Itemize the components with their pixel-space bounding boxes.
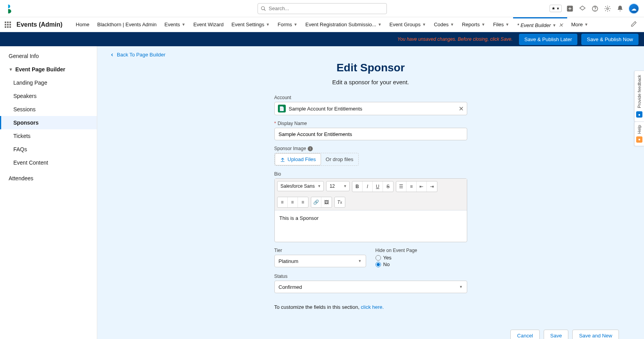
- link-button[interactable]: 🔗: [311, 197, 321, 207]
- back-to-page-builder-link[interactable]: Back To Page Builder: [110, 52, 635, 58]
- favorites-button[interactable]: ★▼: [550, 5, 562, 12]
- sidebar-speakers[interactable]: Speakers: [0, 89, 97, 103]
- strike-button[interactable]: S: [383, 181, 393, 192]
- align-left-button[interactable]: ≡: [278, 197, 288, 207]
- cancel-button[interactable]: Cancel: [510, 330, 539, 339]
- upload-files-button[interactable]: Upload Files: [275, 153, 321, 165]
- chevron-down-icon[interactable]: ▼: [266, 22, 270, 27]
- bullet-list-button[interactable]: ☰: [396, 181, 406, 192]
- rte-toolbar: Salesforce Sans 12 B I U S ☰ ≡ ⇤ ⇥: [275, 179, 467, 210]
- tier-select[interactable]: Platinum: [274, 255, 366, 267]
- help-icon: ●: [636, 136, 642, 143]
- sidebar-label: Tickets: [13, 133, 31, 139]
- bio-label: Bio: [274, 171, 467, 177]
- save-publish-now-button[interactable]: Save & Publish Now: [581, 34, 639, 45]
- user-avatar[interactable]: ☁: [628, 3, 639, 14]
- nav-event-groups[interactable]: Event Groups▼: [386, 17, 430, 32]
- sidebar-attendees[interactable]: Attendees: [0, 172, 97, 185]
- chevron-down-icon: ▼: [9, 67, 13, 72]
- help-icon[interactable]: [591, 4, 599, 13]
- nav-events[interactable]: Events▼: [161, 17, 190, 32]
- save-publish-later-button[interactable]: Save & Publish Later: [519, 34, 577, 45]
- outdent-button[interactable]: ⇤: [417, 181, 427, 192]
- bio-textarea[interactable]: This is a Sponsor: [275, 210, 467, 242]
- nav-files[interactable]: Files▼: [489, 17, 513, 32]
- save-button[interactable]: Save: [544, 330, 569, 339]
- nav-forms[interactable]: Forms▼: [274, 17, 301, 32]
- chevron-down-icon[interactable]: ▼: [505, 22, 509, 27]
- clear-format-button[interactable]: Tx: [335, 197, 345, 207]
- font-size-select[interactable]: 12: [326, 181, 350, 191]
- nav-event-builder[interactable]: * Event Builder▼✕: [513, 17, 567, 32]
- edit-nav-icon[interactable]: [628, 21, 639, 28]
- nav-blackthorn[interactable]: Blackthorn | Events Admin: [93, 17, 161, 32]
- italic-button[interactable]: I: [363, 181, 373, 192]
- save-and-new-button[interactable]: Save and New: [572, 330, 619, 339]
- sidebar-event-content[interactable]: Event Content: [0, 156, 97, 169]
- sidebar: General Info ▼Event Page Builder Landing…: [0, 46, 97, 339]
- display-name-input[interactable]: [274, 128, 467, 140]
- setup-gear-icon[interactable]: [603, 4, 612, 13]
- nav-codes[interactable]: Codes▼: [430, 17, 458, 32]
- chevron-down-icon[interactable]: ▼: [294, 22, 298, 27]
- font-size-value: 12: [330, 183, 335, 189]
- account-lookup[interactable]: 📄 Sample Account for Entitlements ✕: [274, 102, 467, 115]
- align-right-button[interactable]: ≡: [298, 197, 308, 207]
- add-icon[interactable]: [566, 4, 574, 13]
- sidebar-event-page-builder[interactable]: ▼Event Page Builder: [0, 63, 97, 76]
- display-name-label: *Display Name: [274, 121, 467, 126]
- notification-bell-icon[interactable]: [616, 4, 624, 13]
- sponsor-form: Account 📄 Sample Account for Entitlement…: [274, 95, 467, 310]
- sidebar-sponsors[interactable]: Sponsors: [0, 116, 97, 129]
- bold-button[interactable]: B: [352, 181, 363, 192]
- hide-yes-radio[interactable]: Yes: [376, 255, 467, 261]
- chevron-down-icon[interactable]: ▼: [450, 22, 454, 27]
- info-icon[interactable]: i: [308, 146, 313, 151]
- salesforce-icon[interactable]: [578, 4, 587, 13]
- customize-link[interactable]: click here.: [361, 304, 384, 310]
- chevron-down-icon[interactable]: ▼: [481, 22, 485, 27]
- nav-home[interactable]: Home: [72, 17, 93, 32]
- nav-label: Event Registration Submissio...: [305, 22, 376, 27]
- status-label: Status: [274, 274, 467, 279]
- nav-event-reg[interactable]: Event Registration Submissio...▼: [301, 17, 386, 32]
- nav-event-settings[interactable]: Event Settings▼: [228, 17, 274, 32]
- chevron-left-icon: [110, 53, 114, 57]
- global-search-input[interactable]: [258, 3, 387, 14]
- clear-account-icon[interactable]: ✕: [459, 105, 464, 112]
- nav-more[interactable]: More▼: [567, 22, 592, 27]
- sidebar-faqs[interactable]: FAQs: [0, 143, 97, 156]
- font-family-value: Salesforce Sans: [281, 183, 315, 189]
- align-center-button[interactable]: ≡: [288, 197, 298, 207]
- tier-label: Tier: [274, 248, 366, 253]
- upload-dropzone[interactable]: Upload Files Or drop files: [274, 153, 359, 166]
- number-list-button[interactable]: ≡: [406, 181, 417, 192]
- indent-button[interactable]: ⇥: [427, 181, 437, 192]
- sidebar-general-info[interactable]: General Info: [0, 49, 97, 63]
- provide-feedback-tab[interactable]: Provide feedback ●: [634, 71, 644, 122]
- nav-event-wizard[interactable]: Event Wizard: [189, 17, 227, 32]
- font-family-select[interactable]: Salesforce Sans: [277, 181, 324, 191]
- chevron-down-icon[interactable]: ▼: [181, 22, 185, 27]
- label-text: Display Name: [278, 121, 307, 126]
- image-button[interactable]: 🖼: [321, 197, 332, 207]
- chevron-down-icon[interactable]: ▼: [422, 22, 426, 27]
- status-select[interactable]: Confirmed: [274, 281, 467, 293]
- chevron-down-icon[interactable]: ▼: [378, 22, 382, 27]
- sidebar-tickets[interactable]: Tickets: [0, 129, 97, 143]
- underline-button[interactable]: U: [373, 181, 383, 192]
- hide-label: Hide on Event Page: [376, 248, 467, 253]
- nav-reports[interactable]: Reports▼: [458, 17, 489, 32]
- sidebar-landing-page[interactable]: Landing Page: [0, 76, 97, 89]
- radio-icon: [376, 255, 381, 261]
- chevron-down-icon[interactable]: ▼: [552, 23, 556, 27]
- app-launcher-icon[interactable]: [5, 22, 11, 28]
- close-tab-icon[interactable]: ✕: [559, 22, 563, 28]
- global-header: ★▼ ☁: [0, 0, 644, 17]
- hide-no-radio[interactable]: No: [376, 261, 467, 267]
- sidebar-sessions[interactable]: Sessions: [0, 103, 97, 116]
- nav-label: Files: [493, 22, 504, 27]
- help-tab[interactable]: Help ●: [634, 121, 644, 146]
- sidebar-label: Landing Page: [13, 80, 47, 86]
- nav-items: Home Blackthorn | Events Admin Events▼ E…: [72, 17, 592, 32]
